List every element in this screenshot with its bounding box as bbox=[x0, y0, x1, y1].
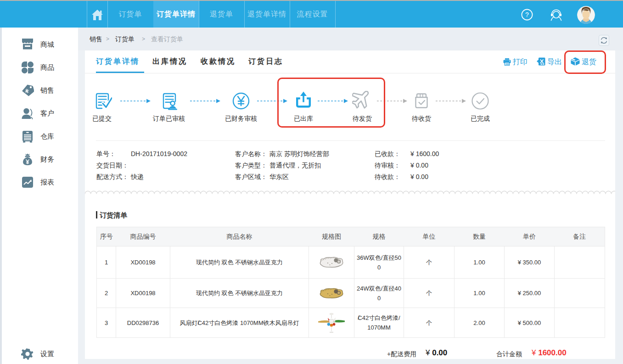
svg-text:?: ? bbox=[525, 11, 529, 18]
